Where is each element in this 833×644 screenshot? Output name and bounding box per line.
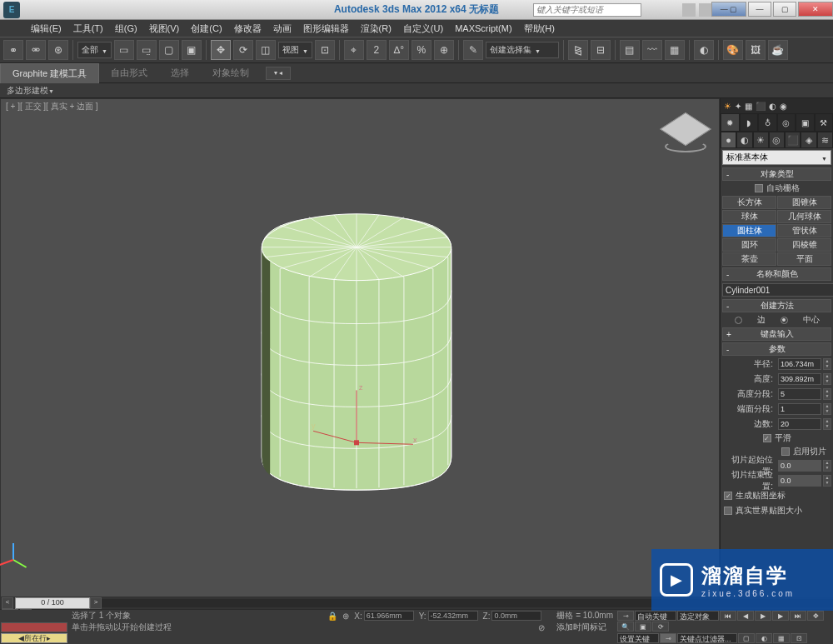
- prim-cylinder[interactable]: 圆柱体: [722, 224, 776, 237]
- realworld-checkbox[interactable]: [724, 507, 732, 515]
- radio-center[interactable]: [781, 317, 788, 324]
- nav-region-icon[interactable]: ▣: [635, 622, 651, 632]
- autokey-button[interactable]: 自动关键点: [635, 611, 676, 621]
- radio-edge[interactable]: [735, 317, 742, 324]
- bind-icon[interactable]: ⊛: [48, 40, 68, 60]
- lock-icon[interactable]: 🔒: [327, 612, 337, 621]
- playback-next-icon[interactable]: ▶: [772, 611, 789, 621]
- trackbar-key-icon[interactable]: [20, 609, 32, 610]
- geometry-icon[interactable]: ●: [721, 132, 736, 148]
- menu-create[interactable]: 创建(C): [185, 21, 227, 37]
- selection-filter-dropdown[interactable]: 全部: [77, 42, 112, 58]
- coord-x[interactable]: 61.966mm: [364, 611, 414, 621]
- render-prod-icon[interactable]: ☕: [768, 40, 788, 60]
- close-button[interactable]: ✕: [798, 2, 833, 17]
- menu-render[interactable]: 渲染(R): [355, 21, 397, 37]
- height-seg-spinner[interactable]: ▲▼: [823, 388, 831, 400]
- rendered-frame-icon[interactable]: 🖼: [746, 40, 766, 60]
- smooth-checkbox[interactable]: ✓: [763, 434, 771, 442]
- menu-modifiers[interactable]: 修改器: [228, 21, 267, 37]
- tab-utilities-icon[interactable]: ⚒: [815, 113, 834, 132]
- menu-group[interactable]: 组(G): [109, 21, 143, 37]
- tab-create-icon[interactable]: ✹: [721, 113, 740, 132]
- time-next-button[interactable]: >: [90, 597, 102, 609]
- move-icon[interactable]: ✥: [211, 40, 231, 60]
- schematic-icon[interactable]: ▦: [665, 40, 685, 60]
- help-search-input[interactable]: [533, 3, 641, 17]
- tab-graphite[interactable]: Graphite 建模工具: [0, 63, 99, 83]
- viewport-label[interactable]: [ + ][ 正交 ][ 真实 + 边面 ]: [6, 101, 98, 112]
- ribbon-sub[interactable]: 多边形建模: [0, 83, 833, 98]
- add-timetag-button[interactable]: 添加时间标记: [550, 622, 613, 633]
- nav-orbit-icon[interactable]: ⟳: [652, 622, 669, 632]
- nav-fov-icon[interactable]: ◐: [756, 633, 772, 643]
- coord-z[interactable]: 0.0mm: [491, 611, 541, 621]
- edit-named-sel-icon[interactable]: ✎: [463, 40, 483, 60]
- radius-spinner[interactable]: ▲▼: [823, 358, 831, 370]
- app-icon[interactable]: E: [3, 2, 20, 18]
- nav-zoom-all-icon[interactable]: ▢: [738, 633, 755, 643]
- time-prev-button[interactable]: <: [2, 597, 13, 609]
- rollout-name-color[interactable]: -名称和颜色: [722, 267, 831, 281]
- trackbar-toggle-button[interactable]: [2, 609, 18, 610]
- autogrid-checkbox[interactable]: [755, 184, 763, 192]
- side-tool-icon[interactable]: ◐: [769, 102, 776, 111]
- key-big-icon[interactable]: ⊸: [660, 633, 676, 643]
- tab-motion-icon[interactable]: ◎: [777, 113, 796, 132]
- helpers-icon[interactable]: ⬛: [785, 132, 801, 148]
- tab-modify-icon[interactable]: ◗: [740, 113, 759, 132]
- sides-spinner[interactable]: ▲▼: [823, 418, 831, 430]
- inner-min-button[interactable]: — ▢: [711, 2, 746, 17]
- timetag-icon[interactable]: ⊘: [538, 623, 545, 632]
- genmap-checkbox[interactable]: ✓: [724, 492, 732, 500]
- info-icon[interactable]: [682, 3, 696, 17]
- tab-selection[interactable]: 选择: [159, 63, 201, 82]
- side-tool-icon[interactable]: ◉: [780, 102, 787, 111]
- snaps-icon[interactable]: 2: [367, 40, 387, 60]
- prim-torus[interactable]: 圆环: [722, 238, 776, 252]
- side-tool-icon[interactable]: ⬛: [756, 102, 766, 111]
- tab-objectpaint[interactable]: 对象绘制: [201, 63, 261, 82]
- select-icon[interactable]: ▭: [114, 40, 134, 60]
- select-region-icon[interactable]: ▢: [159, 40, 179, 60]
- cameras-icon[interactable]: ◎: [769, 132, 785, 148]
- shapes-icon[interactable]: ◐: [736, 132, 752, 148]
- align-icon[interactable]: ⊟: [591, 40, 611, 60]
- cylinder-object[interactable]: [262, 214, 451, 490]
- prim-geosphere[interactable]: 几何球体: [777, 210, 831, 223]
- lights-icon[interactable]: ☀: [753, 132, 769, 148]
- rollout-parameters[interactable]: -参数: [722, 342, 831, 356]
- prim-teapot[interactable]: 茶壶: [722, 252, 776, 266]
- object-name-input[interactable]: [722, 283, 833, 297]
- tab-freeform[interactable]: 自由形式: [99, 63, 159, 82]
- maximize-button[interactable]: ▢: [773, 2, 796, 17]
- prim-tube[interactable]: 管状体: [777, 224, 831, 237]
- primitive-category-dropdown[interactable]: 标准基本体: [722, 150, 831, 165]
- viewcube[interactable]: [661, 106, 711, 156]
- prim-pyramid[interactable]: 四棱锥: [777, 238, 831, 252]
- playback-prev-icon[interactable]: ◀: [737, 611, 754, 621]
- menu-grapheditors[interactable]: 图形编辑器: [297, 21, 355, 37]
- rollout-keyboard-entry[interactable]: +键盘输入: [722, 327, 831, 341]
- keyobj-dropdown[interactable]: 选定对象: [677, 611, 719, 621]
- ribbon-expand-button[interactable]: ▾ ◂: [266, 67, 291, 80]
- time-slider-block[interactable]: 0 / 100: [15, 597, 90, 609]
- rotate-icon[interactable]: ⟳: [233, 40, 253, 60]
- scale-icon[interactable]: ◫: [256, 40, 276, 60]
- layers-icon[interactable]: ▤: [620, 40, 640, 60]
- percent-snap-icon[interactable]: %: [412, 40, 431, 60]
- prim-cone[interactable]: 圆锥体: [777, 196, 831, 209]
- keyfilter-button[interactable]: 关键点过滤器...: [677, 633, 737, 643]
- angle-snap-icon[interactable]: ∆°: [389, 40, 409, 60]
- tab-hierarchy-icon[interactable]: ♁: [758, 113, 777, 132]
- height-seg-input[interactable]: 5: [778, 388, 821, 400]
- select-manipulate-icon[interactable]: ⌖: [344, 40, 364, 60]
- side-tool-icon[interactable]: ☀: [724, 102, 731, 111]
- playback-start-icon[interactable]: ⏮: [720, 611, 736, 621]
- radius-input[interactable]: 106.734m: [778, 358, 821, 370]
- playback-end-icon[interactable]: ⏭: [790, 611, 806, 621]
- menu-animation[interactable]: 动画: [267, 21, 297, 37]
- status-mini-thumb[interactable]: [1, 622, 67, 632]
- menu-tools[interactable]: 工具(T): [67, 21, 109, 37]
- playback-play-icon[interactable]: ▶: [755, 611, 771, 621]
